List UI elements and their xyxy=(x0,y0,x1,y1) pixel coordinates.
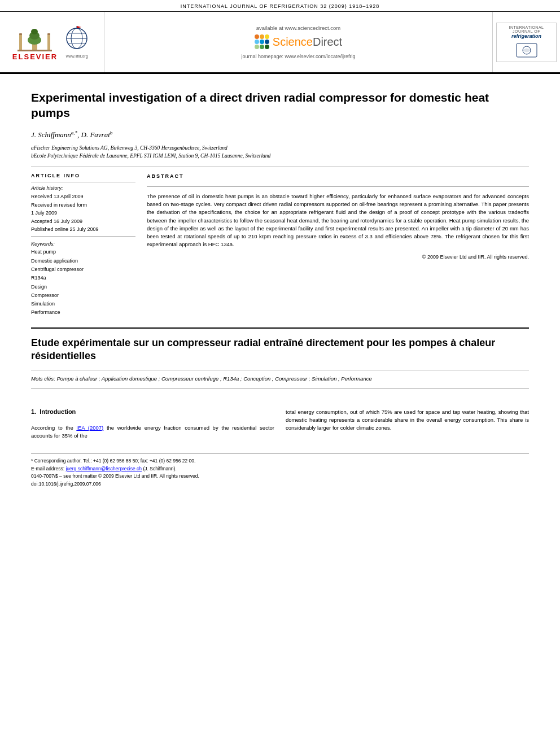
article-info-header: ARTICLE INFO xyxy=(31,173,135,178)
abstract-header: ABSTRACT xyxy=(147,173,529,181)
article-history-label: Article history: xyxy=(31,185,135,191)
corresponding-note: * Corresponding author. Tel.: +41 (0) 62… xyxy=(31,457,529,465)
intro-left-text: According to the IEA (2007) the worldwid… xyxy=(31,424,274,440)
main-content: Experimental investigation of a direct d… xyxy=(0,74,560,488)
keyword-8: Performance xyxy=(31,308,135,317)
article-info-column: ARTICLE INFO Article history: Received 1… xyxy=(31,173,135,317)
mots-cles-values: : Pompe à chaleur ; Application domestiq… xyxy=(54,375,372,382)
copyright-line: © 2009 Elsevier Ltd and IIR. All rights … xyxy=(147,254,529,261)
received-revised-date: 1 July 2009 xyxy=(31,209,135,217)
svg-rect-7 xyxy=(47,33,50,35)
svg-rect-6 xyxy=(47,34,50,50)
journal-badge-icon xyxy=(499,42,554,59)
authors-line: J. Schiffmanna,*, D. Favratb xyxy=(31,130,529,139)
keyword-4: R134a xyxy=(31,274,135,282)
svg-rect-5 xyxy=(19,33,22,35)
keyword-2: Domestic application xyxy=(31,257,135,265)
abstract-column: ABSTRACT The presence of oil in domestic… xyxy=(147,173,529,317)
footer-notes: * Corresponding author. Tel.: +41 (0) 62… xyxy=(31,453,529,488)
iea-link[interactable]: IEA (2007) xyxy=(76,425,103,431)
available-at-text: available at www.sciencedirect.com xyxy=(256,25,340,31)
svg-point-3 xyxy=(31,29,38,34)
keyword-7: Simulation xyxy=(31,300,135,308)
received-revised-label: Received in revised form xyxy=(31,201,135,209)
intro-right-col: total energy consumption, out of which 7… xyxy=(286,408,529,440)
article-info-abstract-section: ARTICLE INFO Article history: Received 1… xyxy=(31,173,529,317)
svg-rect-4 xyxy=(19,34,22,50)
license-line: 0140-7007/$ – see front matter © 2009 El… xyxy=(31,473,529,480)
section-number: 1. xyxy=(31,408,36,420)
abstract-text: The presence of oil in domestic heat pum… xyxy=(147,193,529,249)
journal-badge-title: refrigeration xyxy=(499,33,554,39)
iifir-logo-icon xyxy=(62,26,91,54)
keyword-6: Compressor xyxy=(31,291,135,300)
sd-science-part: Science xyxy=(273,36,313,48)
author-schiffmann: J. Schiffmann xyxy=(31,130,71,139)
svg-marker-15 xyxy=(77,26,81,28)
iifir-url-label: www.iifiir.org xyxy=(66,54,88,58)
elsevier-wordmark: ELSEVIER xyxy=(12,53,58,61)
svg-rect-8 xyxy=(18,50,52,51)
banner-left: ELSEVIER www.iifiir.org xyxy=(0,12,104,72)
introduction-divider-area: 1. Introduction According to the IEA (20… xyxy=(31,388,529,440)
journal-badge: INTERNATIONAL JOURNAL OF refrigeration xyxy=(496,23,557,62)
keywords-label: Keywords: xyxy=(31,241,135,247)
divider-1 xyxy=(31,167,529,167)
french-divider xyxy=(31,370,529,370)
section-heading: 1. Introduction xyxy=(31,408,274,420)
journal-badge-full-name: INTERNATIONAL JOURNAL OF xyxy=(499,25,554,33)
affiliations: aFischer Engineering Solutions AG, Birke… xyxy=(31,144,529,160)
keywords-list: Heat pump Domestic application Centrifug… xyxy=(31,248,135,317)
french-title: Etude expérimentale sur un compresseur r… xyxy=(31,337,529,363)
banner-center: available at www.sciencedirect.com Scien… xyxy=(104,12,492,72)
published-online-date: Published online 25 July 2009 xyxy=(31,225,135,233)
keyword-1: Heat pump xyxy=(31,248,135,256)
elsevier-logo: ELSEVIER xyxy=(12,23,58,61)
mots-cles: Mots clés: Pompe à chaleur ; Application… xyxy=(31,375,529,383)
keyword-3: Centrifugal compressor xyxy=(31,265,135,274)
elsevier-tree-icon xyxy=(16,23,53,51)
divider-info-mid xyxy=(31,236,135,237)
sciencedirect-wordmark: ScienceDirect xyxy=(273,36,342,49)
section-title: Introduction xyxy=(40,408,76,415)
email-label: E-mail address: xyxy=(31,466,65,471)
doi-line: doi:10.1016/j.ijrefrig.2009.07.006 xyxy=(31,480,529,488)
keyword-5: Design xyxy=(31,283,135,291)
french-section: Etude expérimentale sur un compresseur r… xyxy=(31,327,529,383)
divider-info-top xyxy=(31,182,135,182)
author-a-super: a,* xyxy=(71,130,77,136)
intro-left-col: 1. Introduction According to the IEA (20… xyxy=(31,408,274,440)
sciencedirect-logo: ScienceDirect xyxy=(255,34,342,49)
introduction-section: 1. Introduction According to the IEA (20… xyxy=(31,408,529,440)
author-b-super: b xyxy=(110,130,113,136)
author-separator: , D. Favrat xyxy=(77,130,110,139)
affiliation-b: bEcole Polytechnique Fédérale de Lausann… xyxy=(31,152,529,160)
article-title: Experimental investigation of a direct d… xyxy=(31,90,529,121)
received-date-1: Received 13 April 2009 xyxy=(31,193,135,200)
journal-homepage-text: journal homepage: www.elsevier.com/locat… xyxy=(241,54,355,59)
banner: ELSEVIER www.iifiir.org avai xyxy=(0,12,560,74)
email-suffix: (J. Schiffmann). xyxy=(142,466,177,471)
sd-dots-icon xyxy=(255,34,269,49)
mots-cles-label: Mots clés xyxy=(31,375,54,382)
email-line: E-mail address: juerg.schiffmann@fischer… xyxy=(31,465,529,473)
accepted-date: Accepted 16 July 2009 xyxy=(31,217,135,225)
email-link[interactable]: juerg.schiffmann@fischerprecise.ch xyxy=(65,466,142,471)
journal-header-bar: INTERNATIONAL JOURNAL OF REFRIGERATION 3… xyxy=(0,0,560,12)
banner-right: INTERNATIONAL JOURNAL OF refrigeration xyxy=(492,12,560,72)
affiliation-a: aFischer Engineering Solutions AG, Birke… xyxy=(31,144,529,152)
divider-abstract-top xyxy=(147,186,529,187)
